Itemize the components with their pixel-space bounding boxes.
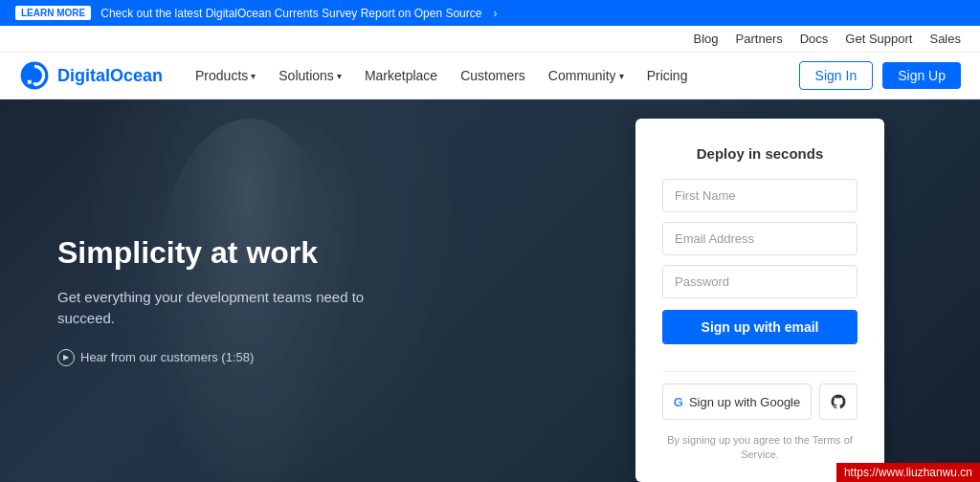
utility-nav-support[interactable]: Get Support	[845, 32, 912, 46]
social-buttons: G Sign up with Google	[662, 383, 858, 420]
community-caret: ▾	[619, 71, 624, 81]
announcement-text: Check out the latest DigitalOcean Curren…	[100, 7, 481, 20]
utility-nav-partners[interactable]: Partners	[736, 32, 783, 46]
signup-button[interactable]: Sign Up	[882, 62, 961, 89]
main-nav: DigitalOcean Products ▾ Solutions ▾ Mark…	[0, 53, 980, 99]
nav-solutions[interactable]: Solutions ▾	[269, 62, 351, 89]
learn-more-badge[interactable]: LEARN MORE	[15, 6, 91, 20]
signup-github-button[interactable]	[819, 383, 858, 420]
watermark: https://www.liuzhanwu.cn	[836, 463, 980, 482]
signin-button[interactable]: Sign In	[799, 61, 874, 90]
email-input[interactable]	[662, 222, 858, 255]
divider	[662, 371, 858, 372]
nav-products[interactable]: Products ▾	[186, 62, 265, 89]
password-input[interactable]	[662, 265, 858, 298]
hero-section: Simplicity at work Get everything your d…	[0, 99, 980, 482]
logo-text: DigitalOcean	[57, 66, 163, 86]
svg-rect-2	[33, 82, 36, 84]
signup-google-label: Sign up with Google	[689, 395, 800, 409]
announcement-chevron: ›	[493, 7, 497, 20]
nav-actions: Sign In Sign Up	[799, 61, 961, 90]
utility-nav-blog[interactable]: Blog	[694, 32, 719, 46]
github-icon	[830, 393, 847, 410]
card-title: Deploy in seconds	[662, 145, 858, 162]
hero-subtitle: Get everything your development teams ne…	[57, 287, 383, 330]
nav-pricing[interactable]: Pricing	[637, 62, 698, 89]
hero-video-label: Hear from our customers (1:58)	[80, 350, 254, 364]
signup-card: Deploy in seconds Sign up with email G S…	[635, 119, 884, 482]
nav-customers[interactable]: Customers	[451, 62, 535, 89]
google-icon: G	[674, 395, 683, 409]
solutions-caret: ▾	[337, 71, 342, 81]
play-icon: ▶	[57, 349, 75, 366]
logo-icon	[19, 60, 50, 91]
terms-text: By signing up you agree to the Terms of …	[662, 433, 858, 463]
hero-video-link[interactable]: ▶ Hear from our customers (1:58)	[57, 349, 383, 366]
announcement-bar: LEARN MORE Check out the latest DigitalO…	[0, 0, 980, 26]
signup-email-button[interactable]: Sign up with email	[662, 310, 858, 344]
nav-marketplace[interactable]: Marketplace	[355, 62, 447, 89]
hero-title: Simplicity at work	[57, 234, 383, 271]
products-caret: ▾	[251, 71, 256, 81]
utility-nav: Blog Partners Docs Get Support Sales	[0, 26, 980, 53]
svg-rect-1	[28, 80, 32, 84]
utility-nav-docs[interactable]: Docs	[800, 32, 829, 46]
utility-nav-sales[interactable]: Sales	[929, 32, 961, 46]
logo[interactable]: DigitalOcean	[19, 60, 163, 91]
signup-google-button[interactable]: G Sign up with Google	[662, 383, 812, 420]
first-name-input[interactable]	[662, 179, 858, 212]
nav-items: Products ▾ Solutions ▾ Marketplace Custo…	[186, 62, 799, 89]
nav-community[interactable]: Community ▾	[539, 62, 634, 89]
hero-content: Simplicity at work Get everything your d…	[0, 234, 440, 365]
